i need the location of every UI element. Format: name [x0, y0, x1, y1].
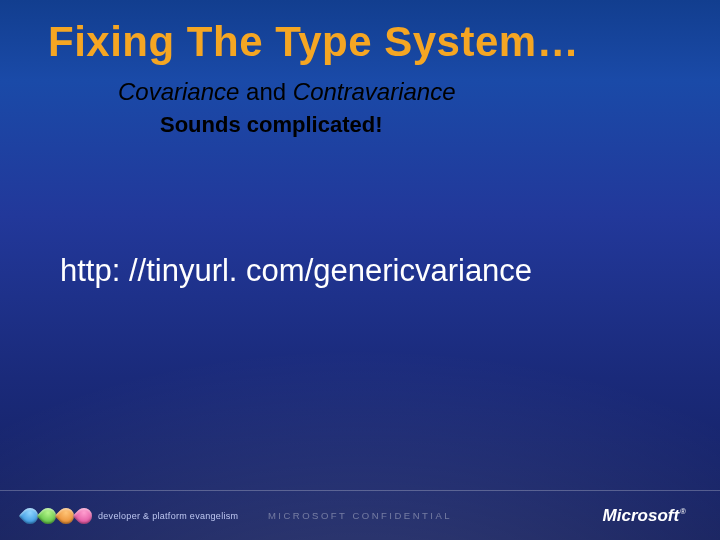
- reference-url: http: //tinyurl. com/genericvariance: [60, 253, 672, 289]
- subtitle-term-covariance: Covariance: [118, 78, 239, 105]
- slide: Fixing The Type System… Covariance and C…: [0, 0, 720, 540]
- confidential-label: MICROSOFT CONFIDENTIAL: [268, 510, 452, 521]
- slide-subtitle: Covariance and Contravariance: [118, 78, 672, 106]
- microsoft-logo: Microsoft®: [603, 506, 686, 526]
- dpe-label: developer & platform evangelism: [98, 511, 238, 521]
- subtitle-joiner: and: [239, 78, 292, 105]
- slide-tagline: Sounds complicated!: [160, 112, 672, 138]
- dpe-icon-pink: [73, 504, 96, 527]
- subtitle-term-contravariance: Contravariance: [293, 78, 456, 105]
- dpe-icons: [22, 508, 92, 524]
- microsoft-logo-text: Microsoft: [603, 506, 680, 525]
- slide-title: Fixing The Type System…: [48, 18, 672, 66]
- footer-bar: developer & platform evangelism MICROSOF…: [0, 490, 720, 540]
- registered-mark: ®: [680, 507, 686, 516]
